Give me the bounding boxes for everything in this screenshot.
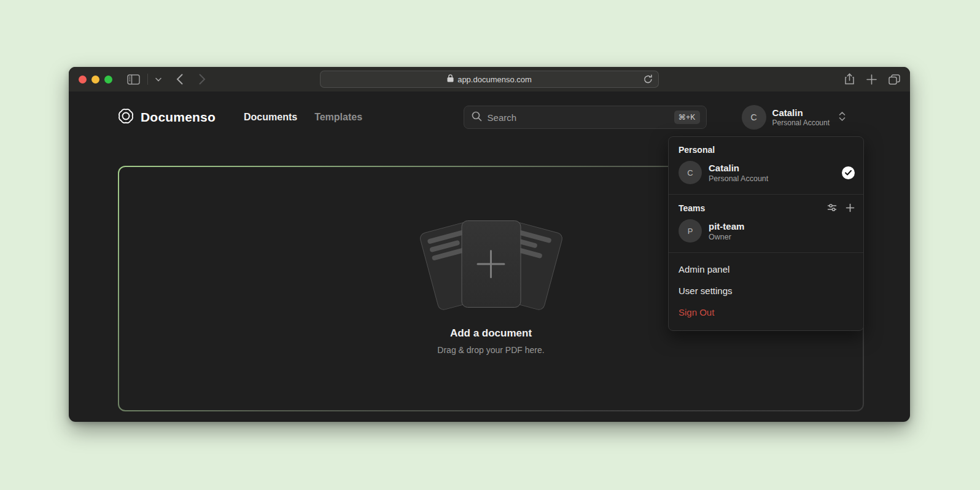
dropzone-subtitle: Drag & drop your PDF here. xyxy=(437,345,544,355)
url-text: app.documenso.com xyxy=(457,75,532,84)
tab-overview-icon[interactable] xyxy=(889,74,900,85)
team-role: Owner xyxy=(709,232,744,242)
teams-section-label: Teams xyxy=(669,200,827,215)
account-name: Catalin xyxy=(772,107,830,119)
primary-nav: Documents Templates xyxy=(244,112,362,123)
search-shortcut-badge: ⌘+K xyxy=(674,111,700,124)
app-navbar: Documenso Documents Templates Search ⌘+K… xyxy=(69,91,910,143)
dropzone-title: Add a document xyxy=(450,327,532,340)
avatar: C xyxy=(742,105,766,130)
back-icon[interactable] xyxy=(176,74,183,85)
search-input[interactable]: Search ⌘+K xyxy=(464,106,707,129)
menu-item-sign-out[interactable]: Sign Out xyxy=(669,301,863,323)
brand[interactable]: Documenso xyxy=(117,107,216,128)
nav-tab-documents[interactable]: Documents xyxy=(244,112,297,123)
personal-account-name: Catalin xyxy=(709,162,768,174)
browser-titlebar: app.documenso.com xyxy=(69,67,910,91)
account-subtitle: Personal Account xyxy=(772,119,830,128)
avatar: C xyxy=(679,161,702,184)
address-bar[interactable]: app.documenso.com xyxy=(320,71,659,88)
search-placeholder: Search xyxy=(488,112,517,123)
personal-account-item[interactable]: C Catalin Personal Account xyxy=(669,157,863,189)
minimize-window-button[interactable] xyxy=(91,76,99,84)
menu-item-admin-panel[interactable]: Admin panel xyxy=(669,259,863,280)
forward-icon xyxy=(199,74,206,85)
team-name: pit-team xyxy=(709,220,744,232)
check-icon xyxy=(842,166,855,179)
documenso-logo-icon xyxy=(117,107,135,128)
browser-window: app.documenso.com xyxy=(69,67,910,422)
search-icon xyxy=(472,111,482,124)
menu-divider xyxy=(669,252,863,253)
menu-item-user-settings[interactable]: User settings xyxy=(669,280,863,301)
nav-tab-templates[interactable]: Templates xyxy=(314,112,362,123)
menu-divider xyxy=(669,194,863,195)
sidebar-toggle-icon[interactable] xyxy=(127,74,140,85)
manage-teams-icon[interactable] xyxy=(827,203,837,212)
personal-account-subtitle: Personal Account xyxy=(709,174,768,184)
window-controls xyxy=(79,76,112,84)
team-avatar: P xyxy=(679,219,702,243)
document-stack-illustration xyxy=(427,219,556,310)
brand-name: Documenso xyxy=(141,110,216,125)
new-tab-icon[interactable] xyxy=(866,74,877,85)
lock-icon xyxy=(447,74,454,84)
reload-icon[interactable] xyxy=(644,74,653,84)
share-icon[interactable] xyxy=(844,73,855,85)
team-item[interactable]: P pit-team Owner xyxy=(669,215,863,247)
close-window-button[interactable] xyxy=(79,76,87,84)
zoom-window-button[interactable] xyxy=(104,76,112,84)
sidebar-chevron-down-icon[interactable] xyxy=(155,77,161,82)
toolbar-divider xyxy=(147,74,148,85)
chevrons-up-down-icon xyxy=(838,111,846,124)
create-team-plus-icon[interactable] xyxy=(846,203,855,212)
personal-section-label: Personal xyxy=(669,142,863,157)
document-card-add xyxy=(461,220,521,308)
plus-icon xyxy=(477,250,505,278)
account-dropdown-menu: Personal C Catalin Personal Account Team… xyxy=(668,136,864,331)
account-menu-trigger[interactable]: C Catalin Personal Account xyxy=(742,105,846,130)
